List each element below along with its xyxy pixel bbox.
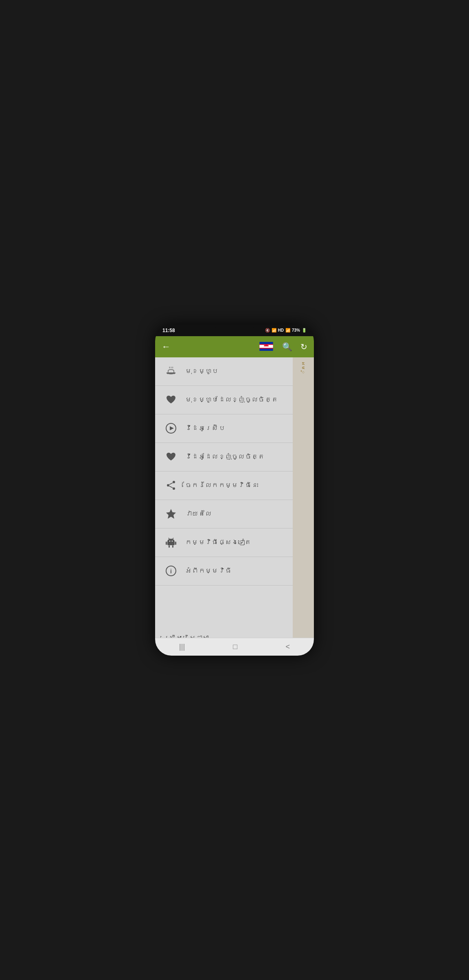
content-area: សម ូ — [155, 357, 314, 638]
android-label: កម្មវិធីផ្សេងទៀត — [185, 539, 252, 546]
language-section: ជ្រើសរើសភាសាៈ — [155, 626, 272, 638]
svg-rect-26 — [166, 542, 167, 545]
refresh-button[interactable]: ↻ — [300, 342, 307, 352]
play-icon — [163, 421, 179, 436]
menu-item-rate[interactable]: វាយតំលៃ — [155, 500, 293, 529]
svg-rect-27 — [175, 542, 176, 545]
status-icons: 🔇 📶 HD 📶 73% 🔋 — [265, 328, 307, 333]
menu-item-favorite-recipes[interactable]: មុខម្ហូបដែលខ្ញុំចូលចិត្ត — [155, 386, 293, 414]
battery-text: 73% — [292, 328, 300, 333]
language-flag-toolbar[interactable] — [259, 342, 274, 352]
info-icon: i — [163, 563, 179, 579]
favorite-recipes-label: មុខម្ហូបដែលខ្ញុំចូលចិត្ត — [185, 396, 278, 403]
menu-item-share[interactable]: ចែករំលែកកម្មវិធីនេះ — [155, 471, 293, 500]
menu-list: មុខម្ហូប មុខម្ហូបដែលខ្ញុំចូលចិត្ត — [155, 357, 293, 638]
nav-back-button[interactable]: < — [277, 639, 298, 654]
menu-item-favorite-videos[interactable]: វីដេអូដែលខ្ញុំចូលចិត្ត — [155, 443, 293, 471]
notch — [214, 325, 255, 328]
menu-item-about[interactable]: i អំពីកម្មវិធី — [155, 557, 293, 586]
overlay-text-2: ូ — [301, 371, 306, 373]
favorite-videos-label: វីដេអូដែលខ្ញុំចូលចិត្ត — [185, 453, 265, 460]
svg-point-31 — [172, 541, 173, 542]
menu-item-android[interactable]: កម្មវិធីផ្សេងទៀត — [155, 529, 293, 557]
wifi-icon: 📶 — [272, 328, 276, 333]
toolbar: ← 🔍 — [155, 336, 314, 357]
signal-icon: 📶 — [285, 328, 290, 333]
svg-rect-29 — [172, 545, 173, 548]
mute-icon: 🔇 — [265, 328, 270, 333]
svg-line-20 — [169, 486, 173, 488]
right-panel: សម ូ — [293, 357, 314, 638]
star-icon — [163, 506, 179, 522]
svg-point-17 — [173, 487, 175, 490]
back-button[interactable]: ← — [162, 341, 171, 352]
svg-rect-23 — [167, 542, 175, 545]
status-time: 11:58 — [162, 328, 175, 333]
nav-home-button[interactable]: □ — [225, 639, 245, 654]
android-icon — [163, 535, 179, 550]
svg-rect-28 — [169, 545, 170, 548]
menu-item-video-recipes[interactable]: វីដេអូរេស៊ីប — [155, 414, 293, 443]
nav-bar: ||| □ < — [155, 638, 314, 656]
bowl-icon — [163, 363, 179, 379]
menu-item-recipes[interactable]: មុខម្ហូប — [155, 357, 293, 386]
heart-icon-1 — [163, 392, 179, 407]
svg-rect-7 — [265, 345, 267, 346]
share-label: ចែករំលែកកម្មវិធីនេះ — [185, 482, 258, 489]
hd-badge: HD — [278, 328, 284, 333]
svg-line-24 — [169, 538, 169, 539]
svg-point-30 — [169, 541, 170, 542]
video-recipes-label: វីដេអូរេស៊ីប — [185, 425, 225, 432]
overlay-text-1: សម — [301, 361, 306, 370]
rate-label: វាយតំលៃ — [185, 510, 212, 518]
search-button[interactable]: 🔍 — [282, 342, 292, 352]
svg-marker-21 — [166, 509, 176, 519]
content-spacer — [155, 586, 272, 626]
recipes-label: មុខម្ហូប — [185, 368, 219, 375]
svg-text:i: i — [170, 568, 172, 575]
heart-icon-2 — [163, 449, 179, 465]
svg-marker-15 — [170, 426, 174, 430]
svg-line-19 — [169, 483, 173, 484]
phone-frame: 11:58 🔇 📶 HD 📶 73% 🔋 ← — [155, 325, 314, 656]
svg-point-16 — [173, 481, 175, 483]
svg-line-25 — [173, 538, 173, 539]
battery-icon: 🔋 — [302, 328, 307, 333]
language-title: ជ្រើសរើសភាសាៈ — [163, 634, 263, 638]
nav-menu-button[interactable]: ||| — [171, 639, 193, 654]
share-icon — [163, 478, 179, 493]
about-label: អំពីកម្មវិធី — [185, 567, 232, 575]
svg-point-18 — [167, 484, 169, 487]
